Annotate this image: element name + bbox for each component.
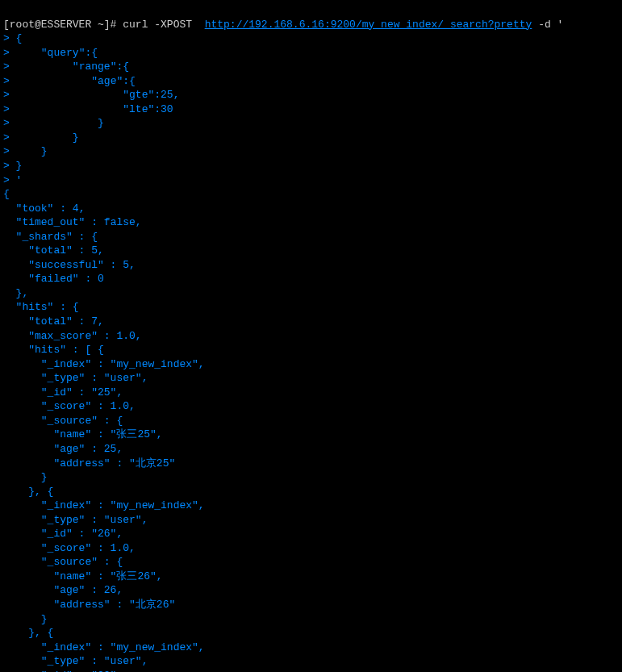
request-line: "age":{: [10, 75, 136, 87]
hit-close: }, {: [3, 486, 53, 498]
continuation-prompt: >: [3, 32, 10, 44]
request-line: {: [10, 32, 23, 44]
request-line: }: [10, 117, 104, 129]
continuation-prompt: >: [3, 145, 10, 157]
continuation-prompt: >: [3, 174, 10, 186]
request-line: "query":{: [10, 47, 98, 59]
hit-address: "address" : "北京26": [3, 599, 175, 611]
hit-index: "_index" : "my_new_index",: [3, 499, 205, 511]
prompt-line: [root@ESSERVER ~]# curl -XPOST http://19…: [3, 19, 563, 31]
response-line: {: [3, 188, 10, 200]
request-url: http://192.168.6.16:9200/my_new_index/_s…: [205, 19, 532, 31]
hit-type: "_type" : "user",: [3, 655, 148, 667]
hit-name: "name" : "张三25",: [3, 428, 163, 440]
continuation-prompt: >: [3, 89, 10, 101]
response-shards-total: "total" : 5,: [3, 244, 104, 257]
response-shards-close: },: [3, 287, 28, 299]
request-line: }: [10, 131, 79, 144]
response-hits-total: "total" : 7,: [3, 315, 104, 328]
hit-type: "_type" : "user",: [3, 372, 148, 384]
hit-age: "age" : 26,: [3, 584, 123, 596]
hit-source-close: }: [3, 613, 48, 625]
hit-close: }, {: [3, 627, 53, 639]
continuation-prompt: >: [3, 117, 10, 129]
shell-prompt: [root@ESSERVER ~]#: [3, 19, 123, 31]
request-line: ': [10, 174, 23, 186]
response-hits: "hits" : {: [3, 301, 79, 313]
continuation-prompt: >: [3, 131, 10, 144]
response-hits-max-score: "max_score" : 1.0,: [3, 330, 142, 342]
hit-source-close: }: [3, 471, 48, 483]
hit-type: "_type" : "user",: [3, 514, 148, 526]
hit-score: "_score" : 1.0,: [3, 400, 136, 412]
hit-age: "age" : 25,: [3, 443, 123, 455]
hit-source: "_source" : {: [3, 556, 123, 568]
request-line: }: [10, 160, 23, 172]
request-line: "range":{: [10, 61, 129, 73]
hit-source: "_source" : {: [3, 415, 123, 427]
continuation-prompt: >: [3, 75, 10, 87]
curl-flag: -d: [532, 19, 557, 31]
hit-score: "_score" : 1.0,: [3, 542, 136, 554]
request-line: }: [10, 145, 48, 157]
curl-command: curl -XPOST: [123, 19, 204, 31]
request-line: "lte":30: [10, 103, 173, 115]
hit-id: "_id" : "26",: [3, 528, 123, 540]
terminal-output: [root@ESSERVER ~]# curl -XPOST http://19…: [3, 3, 619, 672]
continuation-prompt: >: [3, 61, 10, 73]
response-shards-failed: "failed" : 0: [3, 273, 104, 285]
response-shards-successful: "successful" : 5,: [3, 259, 136, 271]
response-timed-out: "timed_out" :: [3, 216, 104, 228]
response-took-value: 4,: [73, 202, 86, 215]
response-timed-out-value: false,: [104, 216, 142, 228]
continuation-prompt: >: [3, 103, 10, 115]
hit-name: "name" : "张三26",: [3, 570, 163, 582]
continuation-prompt: >: [3, 160, 10, 172]
response-shards: "_shards" : {: [3, 231, 98, 243]
hit-index: "_index" : "my_new_index",: [3, 358, 205, 370]
response-hits-array: "hits" : [ {: [3, 344, 104, 356]
quote-open: ': [557, 19, 564, 31]
hit-id: "_id" : "25",: [3, 386, 123, 399]
hit-address: "address" : "北京25": [3, 457, 175, 470]
response-took: "took" :: [3, 202, 73, 215]
continuation-prompt: >: [3, 47, 10, 59]
hit-index: "_index" : "my_new_index",: [3, 641, 205, 653]
request-line: "gte":25,: [10, 89, 180, 101]
